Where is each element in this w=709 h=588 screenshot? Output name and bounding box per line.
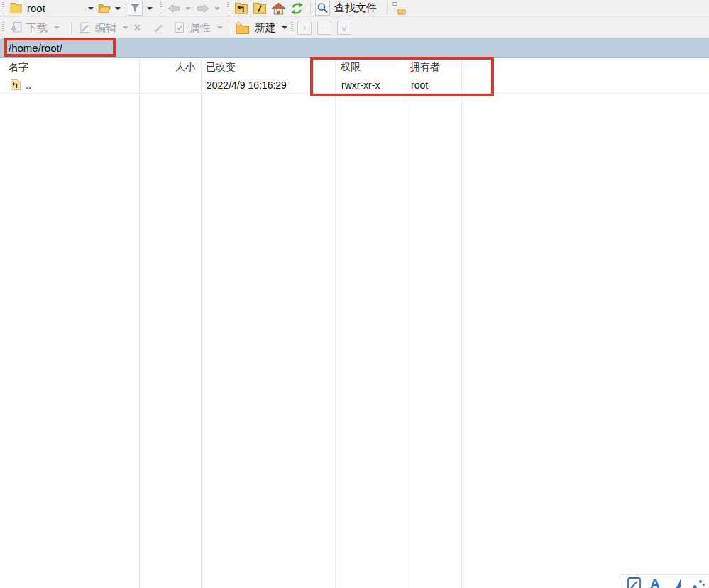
edit-icon: [78, 21, 92, 34]
properties-label: 属性: [189, 21, 211, 35]
chevron-down-icon: [54, 26, 60, 29]
toolbar-gripper[interactable]: [227, 2, 229, 13]
properties-button: 属性: [172, 17, 223, 38]
chevron-down-icon: [123, 26, 128, 29]
directory-tree-icon: [392, 1, 406, 15]
edit-label: 编辑: [95, 21, 116, 35]
chevron-down-icon: [185, 7, 191, 10]
delete-button: ×: [133, 17, 141, 38]
session-combo-label: root: [27, 2, 45, 14]
file-changed: 2022/4/9 16:16:29: [207, 77, 287, 93]
session-toolbar: root: [0, 0, 709, 17]
column-header-owner[interactable]: 拥有者: [410, 58, 440, 77]
parent-directory-icon: [10, 77, 21, 93]
toolbar-gripper[interactable]: [2, 2, 4, 13]
download-label: 下载: [26, 21, 48, 35]
column-divider[interactable]: [139, 58, 140, 588]
filter-funnel-icon: [128, 1, 143, 16]
column-divider[interactable]: [461, 58, 462, 588]
refresh-icon: [290, 1, 304, 16]
search-icon: [315, 1, 330, 16]
file-name: ..: [26, 77, 31, 93]
rename-button: [152, 17, 165, 38]
home-icon: [271, 1, 286, 16]
column-divider[interactable]: [405, 58, 405, 588]
properties-icon: [172, 21, 186, 34]
filter-button[interactable]: [128, 0, 153, 16]
forward-arrow-icon: [196, 2, 210, 15]
brush-tool-icon[interactable]: [668, 577, 683, 588]
toolbar-separator: [310, 2, 311, 14]
file-owner: root: [411, 77, 428, 93]
find-files-label: 查找文件: [334, 1, 377, 15]
root-directory-button[interactable]: [253, 0, 267, 16]
session-combo[interactable]: root: [10, 0, 94, 16]
file-permissions: rwxr-xr-x: [341, 77, 380, 93]
blur-dots-tool-icon[interactable]: [691, 577, 707, 588]
back-button: [167, 0, 191, 16]
text-tool-icon[interactable]: A: [650, 577, 660, 588]
open-folder-icon: [98, 2, 111, 14]
column-header-permissions[interactable]: 权限: [341, 58, 361, 77]
chevron-down-icon: [147, 7, 153, 10]
remote-file-panel: 名字 大小 已改变 权限 拥有者 .. 2022/4/9 16:16:29 rw…: [0, 58, 709, 588]
parent-folder-icon: [234, 1, 248, 15]
column-header-name[interactable]: 名字: [9, 58, 28, 77]
toggle-selection-button: ∨: [337, 17, 351, 38]
chevron-down-icon: [217, 26, 223, 29]
command-toolbar: 下载 编辑 ×: [0, 17, 709, 38]
rectangle-pen-tool-icon[interactable]: [627, 577, 642, 588]
delete-x-icon: ×: [133, 21, 141, 34]
toolbar-separator: [71, 21, 72, 33]
new-button[interactable]: 新建: [235, 17, 287, 38]
address-bar[interactable]: /home/root/: [0, 38, 709, 58]
unselect-files-button: −: [317, 17, 331, 38]
open-directory-button[interactable]: [98, 0, 121, 16]
file-row-parent-directory[interactable]: .. 2022/4/9 16:16:29 rwxr-xr-x root: [1, 77, 709, 94]
column-header-changed[interactable]: 已改变: [206, 58, 236, 77]
refresh-button[interactable]: [290, 0, 304, 16]
chevron-down-icon: [115, 7, 121, 10]
chevron-down-icon: [282, 26, 287, 29]
file-size: [141, 77, 196, 93]
current-path: /home/root/: [9, 42, 62, 54]
select-files-button: +: [297, 17, 312, 38]
root-folder-icon: [253, 1, 267, 15]
forward-button: [196, 0, 220, 16]
column-divider[interactable]: [335, 58, 336, 588]
new-label: 新建: [255, 21, 276, 35]
chevron-down-icon: [88, 7, 94, 10]
select-plus-icon: +: [297, 21, 312, 35]
home-directory-button[interactable]: [271, 0, 286, 16]
select-minus-icon: −: [317, 21, 331, 35]
column-divider[interactable]: [201, 58, 202, 588]
edit-button: 编辑: [78, 17, 128, 38]
find-files-button[interactable]: 查找文件: [315, 0, 377, 16]
toolbar-gripper[interactable]: [291, 22, 293, 33]
back-arrow-icon: [167, 2, 181, 15]
column-header-size[interactable]: 大小: [140, 58, 195, 77]
toolbar-separator: [387, 2, 388, 14]
new-folder-icon: [235, 21, 250, 35]
toolbar-separator: [229, 21, 229, 33]
toolbar-gripper[interactable]: [2, 22, 4, 33]
toolbar-gripper[interactable]: [160, 2, 162, 13]
annotation-toolbar: A: [620, 574, 709, 588]
parent-directory-button[interactable]: [234, 0, 248, 16]
select-toggle-icon: ∨: [337, 21, 351, 35]
session-folder-icon: [10, 2, 22, 14]
rename-pencil-icon: [152, 21, 165, 34]
download-button: 下载: [9, 17, 60, 38]
download-icon: [9, 21, 23, 34]
directory-tree-button[interactable]: [392, 0, 406, 16]
chevron-down-icon: [214, 7, 220, 10]
